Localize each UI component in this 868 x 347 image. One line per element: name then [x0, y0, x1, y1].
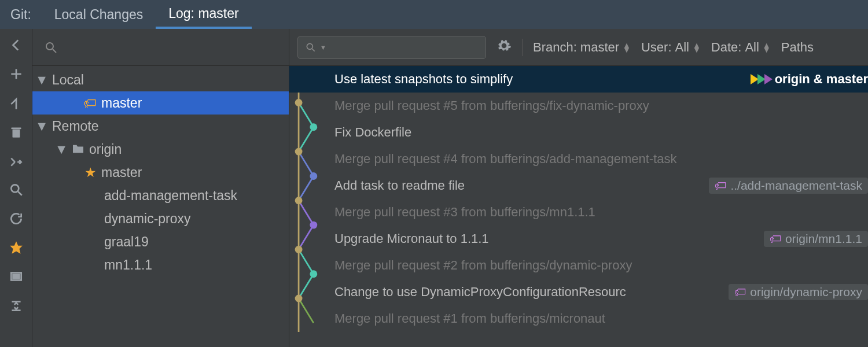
git-label: Git: — [7, 0, 42, 29]
commit-row[interactable]: Fix Dockerfile — [289, 119, 868, 146]
trash-icon[interactable] — [8, 124, 24, 140]
tree-remote-branch[interactable]: add-management-task — [32, 184, 289, 207]
search-icon — [305, 42, 317, 53]
commit-row[interactable]: Merge pull request #3 from bufferings/mn… — [289, 199, 868, 226]
tree-label: master — [101, 165, 142, 180]
chevron-down-icon: ▼ — [320, 44, 326, 51]
commit-row[interactable]: Merge pull request #2 from bufferings/dy… — [289, 252, 868, 279]
branches-panel: ▼ Local 🏷 master ▼ Remote ▼ origin — [32, 29, 289, 347]
tree-label: Remote — [52, 119, 99, 134]
tree-remote-branch[interactable]: dynamic-proxy — [32, 207, 289, 230]
tag-icon: 🏷 — [83, 95, 97, 111]
filter-date[interactable]: Date: All ▲▼ — [711, 40, 771, 55]
expand-icon[interactable] — [8, 297, 24, 313]
commit-row[interactable]: Use latest snapshots to simplify origin … — [289, 66, 868, 93]
top-tabbar: Git: Local Changes Log: master — [0, 0, 868, 29]
star-icon: ★ — [84, 165, 97, 180]
left-toolbar — [0, 29, 32, 347]
branch-badge: 🏷../add-management-task — [709, 178, 868, 194]
sort-icon: ▲▼ — [693, 43, 701, 52]
frame-icon[interactable] — [8, 268, 24, 285]
tree-origin-master[interactable]: ★ master — [32, 161, 289, 184]
commit-message: Merge pull request #4 from bufferings/ad… — [334, 152, 868, 167]
svg-line-14 — [312, 49, 315, 51]
svg-marker-6 — [10, 241, 23, 254]
commit-message: Upgrade Micronaut to 1.1.1 — [334, 231, 764, 246]
tree-label: dynamic-proxy — [104, 211, 191, 227]
filter-user[interactable]: User: All ▲▼ — [641, 40, 701, 55]
gear-icon[interactable] — [496, 38, 512, 57]
commit-row[interactable]: Merge pull request #5 from bufferings/fi… — [289, 93, 868, 119]
tree-origin[interactable]: ▼ origin — [32, 138, 289, 161]
tree-local-master[interactable]: 🏷 master — [32, 91, 289, 115]
tree-label: add-management-task — [104, 188, 237, 204]
tree-remote-branch[interactable]: graal19 — [32, 230, 289, 253]
svg-rect-8 — [13, 275, 19, 279]
commit-arrow-icon[interactable] — [8, 95, 24, 111]
svg-line-5 — [18, 191, 22, 195]
commit-row[interactable]: Upgrade Micronaut to 1.1.1🏷origin/mn1.1.… — [289, 226, 868, 252]
commit-message: Merge pull request #2 from bufferings/dy… — [334, 258, 868, 273]
tab-local-changes[interactable]: Local Changes — [42, 0, 156, 29]
commit-message: Fix Dockerfile — [334, 125, 868, 140]
log-toolbar: ▼ Branch: master ▲▼ User: All ▲▼ Date: A… — [289, 29, 868, 66]
tree-label: origin — [89, 142, 122, 157]
branch-badge: 🏷origin/dynamic-proxy — [729, 284, 868, 300]
separator — [522, 39, 523, 56]
search-icon — [44, 40, 58, 54]
svg-point-4 — [11, 184, 19, 192]
svg-point-13 — [307, 43, 312, 49]
plus-icon[interactable] — [8, 66, 24, 82]
tab-log[interactable]: Log: master — [156, 0, 251, 29]
branches-search[interactable] — [32, 29, 289, 66]
svg-line-12 — [53, 49, 56, 53]
filter-paths[interactable]: Paths — [781, 40, 814, 55]
commit-message: Add task to readme file — [334, 178, 709, 193]
filter-branch[interactable]: Branch: master ▲▼ — [533, 40, 631, 55]
commit-row[interactable]: Change to use DynamicProxyConfigurationR… — [289, 279, 868, 305]
tag-icon: 🏷 — [770, 232, 782, 246]
svg-rect-2 — [12, 130, 20, 138]
commit-message: Use latest snapshots to simplify — [334, 72, 751, 87]
tag-icon: 🏷 — [734, 285, 746, 299]
commit-message: Merge pull request #3 from bufferings/mn… — [334, 205, 868, 220]
tree-remote-branch[interactable]: mn1.1.1 — [32, 253, 289, 276]
tree-local[interactable]: ▼ Local — [32, 68, 289, 91]
sort-icon: ▲▼ — [623, 43, 631, 52]
chevron-down-icon: ▼ — [36, 72, 47, 88]
chevron-down-icon: ▼ — [56, 142, 67, 157]
folder-icon — [72, 142, 84, 157]
back-icon[interactable] — [8, 37, 24, 53]
search-icon[interactable] — [8, 182, 24, 198]
commit-row[interactable]: Merge pull request #4 from bufferings/ad… — [289, 146, 868, 172]
tree-remote[interactable]: ▼ Remote — [32, 115, 289, 138]
tree-label: graal19 — [104, 234, 149, 250]
head-badge: origin & master — [751, 72, 868, 87]
chevron-down-icon: ▼ — [36, 119, 47, 134]
svg-rect-3 — [11, 127, 21, 129]
tree-label: mn1.1.1 — [104, 257, 152, 273]
tree-label: master — [101, 95, 142, 111]
refresh-icon[interactable] — [8, 211, 24, 227]
commit-message: Merge pull request #5 from bufferings/fi… — [334, 98, 868, 113]
commit-message: Merge pull request #1 from bufferings/mi… — [334, 311, 868, 326]
log-panel: ▼ Branch: master ▲▼ User: All ▲▼ Date: A… — [289, 29, 868, 347]
merge-arrows-icon[interactable] — [8, 153, 24, 169]
star-icon[interactable] — [8, 239, 24, 256]
log-search-input[interactable]: ▼ — [297, 36, 486, 59]
commit-message: Change to use DynamicProxyConfigurationR… — [334, 285, 729, 300]
sort-icon: ▲▼ — [763, 43, 771, 52]
commit-row[interactable]: Merge pull request #1 from bufferings/mi… — [289, 305, 868, 332]
commit-row[interactable]: Add task to readme file🏷../add-managemen… — [289, 172, 868, 199]
svg-point-11 — [46, 43, 53, 50]
commit-list: Use latest snapshots to simplify origin … — [289, 66, 868, 332]
tree-label: Local — [52, 72, 84, 88]
branch-badge: 🏷origin/mn1.1.1 — [764, 231, 868, 247]
tag-icon: 🏷 — [715, 179, 727, 193]
